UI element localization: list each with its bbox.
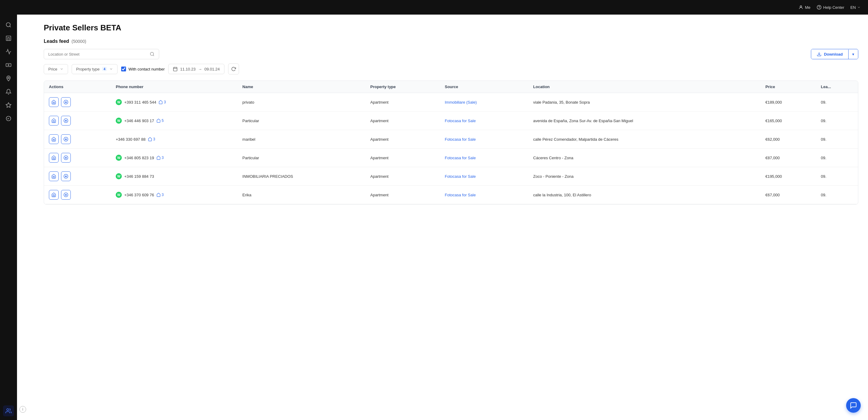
property-chevron-icon [109, 67, 113, 71]
price-filter[interactable]: Price [44, 64, 68, 74]
action-icons [49, 171, 106, 181]
cell-actions [44, 130, 111, 149]
action-icons [49, 153, 106, 162]
cell-property-type: Apartment [365, 186, 440, 204]
leads-table-container: Actions Phone number Name Property type … [44, 81, 858, 205]
action-house-circle-icon[interactable] [61, 153, 71, 162]
price-label: Price [48, 67, 57, 71]
date-to: 09.01.24 [205, 67, 220, 71]
refresh-button[interactable] [228, 63, 239, 74]
refresh-icon [231, 66, 236, 71]
cell-phone: W+346 446 903 175 [111, 112, 238, 130]
action-house-icon[interactable] [49, 134, 59, 144]
action-icons [49, 97, 106, 107]
source-link[interactable]: Fotocasa for Sale [445, 156, 475, 160]
search-input[interactable] [48, 52, 150, 57]
sidebar: A [0, 0, 17, 420]
contact-filter[interactable]: With contact number [121, 66, 165, 71]
phone-number: +346 330 697 88 [116, 137, 146, 142]
col-property-type: Property type [365, 81, 440, 93]
leads-title: Leads feed [44, 39, 69, 44]
whatsapp-icon[interactable]: W [116, 99, 122, 105]
svg-rect-12 [174, 67, 177, 71]
source-link[interactable]: Fotocasa for Sale [445, 137, 475, 142]
me-button[interactable]: Me [799, 5, 811, 10]
table-header-row: Actions Phone number Name Property type … [44, 81, 858, 93]
date-from: 11.10.23 [180, 67, 195, 71]
download-arrow[interactable]: ▾ [848, 50, 858, 59]
action-house-icon[interactable] [49, 116, 59, 125]
action-house-icon[interactable] [49, 153, 59, 162]
cell-date: 09. [816, 167, 858, 186]
whatsapp-icon[interactable]: W [116, 173, 122, 179]
help-center-button[interactable]: Help Center [817, 5, 844, 10]
col-actions: Actions [44, 81, 111, 93]
cell-name: privato [238, 93, 365, 112]
cell-actions [44, 186, 111, 204]
date-range-filter[interactable]: 11.10.23 → 09.01.24 [168, 64, 224, 74]
phone-number: +393 311 465 544 [124, 100, 156, 104]
date-arrow: → [198, 67, 202, 71]
cell-source: Immobiliare (Sale) [440, 93, 528, 112]
action-house-circle-icon[interactable] [61, 171, 71, 181]
cell-source: Fotocasa for Sale [440, 186, 528, 204]
whatsapp-icon[interactable]: W [116, 118, 122, 124]
cell-name: Particular [238, 112, 365, 130]
language-selector[interactable]: EN [850, 5, 861, 10]
cell-location: avenida de España, Zona Sur-Av. de Españ… [528, 112, 761, 130]
cell-location: viale Padania, 35, Bonate Sopra [528, 93, 761, 112]
cell-actions [44, 149, 111, 167]
whatsapp-icon[interactable]: W [116, 155, 122, 161]
sidebar-item-star[interactable] [3, 100, 14, 111]
sidebar-item-chart[interactable] [3, 46, 14, 57]
action-icons [49, 116, 106, 125]
cell-price: €165,000 [761, 112, 816, 130]
action-house-icon[interactable] [49, 190, 59, 200]
source-link[interactable]: Fotocasa for Sale [445, 193, 475, 197]
whatsapp-icon[interactable]: W [116, 192, 122, 198]
cell-phone: W+346 370 609 763 [111, 186, 238, 204]
cell-property-type: Apartment [365, 93, 440, 112]
cell-date: 09. [816, 149, 858, 167]
sidebar-item-handshake[interactable] [3, 113, 14, 124]
sidebar-item-dollar[interactable] [3, 60, 14, 70]
house-badge: 5 [156, 119, 164, 123]
cell-price: €189,000 [761, 93, 816, 112]
action-icons [49, 134, 106, 144]
sidebar-item-people[interactable] [3, 406, 14, 416]
download-button-main[interactable]: Download [811, 49, 848, 59]
sidebar-item-bell[interactable] [3, 86, 14, 97]
search-box[interactable] [44, 49, 159, 59]
cell-source: Fotocasa for Sale [440, 149, 528, 167]
house-badge: 3 [148, 137, 155, 141]
house-badge: 3 [156, 156, 164, 160]
action-house-icon[interactable] [49, 97, 59, 107]
property-type-filter[interactable]: Property type 4 [72, 64, 118, 74]
main-content: Private Sellers BETA Leads feed (50000) … [34, 14, 868, 420]
sidebar-item-buildings[interactable] [3, 33, 14, 44]
cell-actions [44, 112, 111, 130]
phone-number: +346 446 903 17 [124, 119, 154, 123]
sidebar-item-map[interactable] [3, 73, 14, 84]
house-badge: 3 [156, 193, 164, 197]
download-button[interactable]: Download ▾ [811, 49, 858, 59]
action-house-circle-icon[interactable] [61, 134, 71, 144]
cell-date: 09. [816, 130, 858, 149]
info-button[interactable]: i [20, 406, 26, 413]
sidebar-item-search[interactable] [3, 20, 14, 30]
contact-checkbox[interactable] [121, 66, 126, 71]
cell-date: 09. [816, 112, 858, 130]
cell-source: Fotocasa for Sale [440, 112, 528, 130]
action-house-circle-icon[interactable] [61, 190, 71, 200]
cell-name: maribel [238, 130, 365, 149]
table-row: W+346 159 884 73INMOBILIARIA PRECIADOSAp… [44, 167, 858, 186]
action-house-circle-icon[interactable] [61, 116, 71, 125]
source-link[interactable]: Immobiliare (Sale) [445, 100, 476, 104]
source-link[interactable]: Fotocasa for Sale [445, 119, 475, 123]
source-link[interactable]: Fotocasa for Sale [445, 174, 475, 179]
action-house-icon[interactable] [49, 171, 59, 181]
cell-phone: +346 330 697 883 [111, 130, 238, 149]
action-house-circle-icon[interactable] [61, 97, 71, 107]
chat-bubble[interactable] [846, 398, 861, 413]
table-row: +346 330 697 883maribelApartmentFotocasa… [44, 130, 858, 149]
